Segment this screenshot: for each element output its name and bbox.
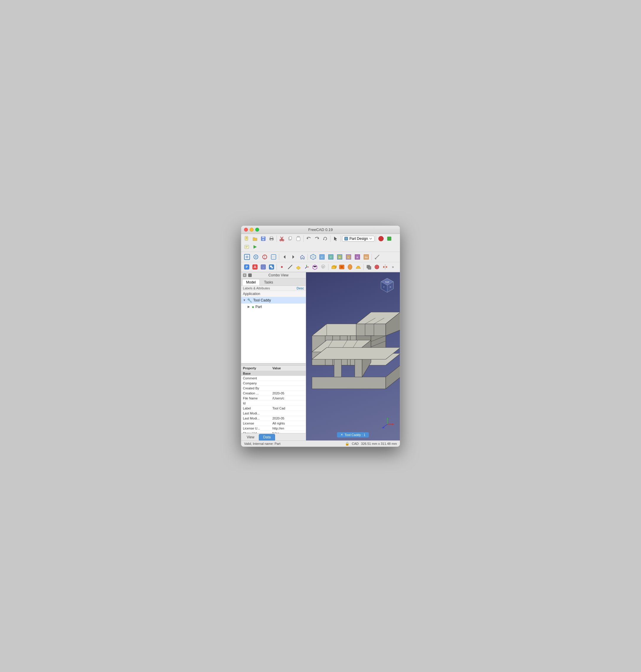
- additive-loft-icon[interactable]: [354, 263, 362, 271]
- datum-plane-icon[interactable]: [295, 263, 302, 271]
- prop-id[interactable]: Id: [241, 401, 306, 406]
- print-icon[interactable]: [268, 235, 275, 242]
- view-measure-icon[interactable]: [270, 253, 278, 261]
- view-isometric-icon[interactable]: [309, 253, 317, 261]
- fit-selection-icon[interactable]: [252, 253, 260, 261]
- part-design-icon[interactable]: P: [243, 263, 250, 271]
- play-icon[interactable]: [251, 243, 259, 251]
- prop-name: License: [241, 421, 271, 426]
- view-forward-icon[interactable]: [289, 253, 298, 261]
- clone-icon[interactable]: [268, 263, 275, 271]
- svg-text:↓: ↓: [263, 266, 264, 269]
- chamfer-icon[interactable]: [373, 263, 381, 271]
- tab-view[interactable]: View: [242, 434, 259, 440]
- pad-icon[interactable]: [330, 263, 337, 271]
- svg-rect-7: [270, 237, 273, 238]
- boolean-icon[interactable]: [365, 263, 372, 271]
- mirrored-icon[interactable]: [381, 263, 389, 271]
- statusbar-mode: CAD: [352, 442, 358, 446]
- prop-value: 2020-05: [271, 391, 306, 396]
- svg-marker-94: [386, 365, 400, 389]
- copy-icon[interactable]: [286, 235, 294, 242]
- more-icon[interactable]: »: [390, 263, 397, 271]
- viewport-tag-close[interactable]: ✕: [341, 433, 343, 436]
- revolution-icon[interactable]: [346, 263, 354, 271]
- combo-float-button[interactable]: [248, 274, 252, 277]
- prop-comment[interactable]: Comment: [241, 376, 306, 381]
- prop-lastmod2[interactable]: Last Modi... 2020-05: [241, 416, 306, 421]
- paste-icon[interactable]: [295, 235, 302, 242]
- cut-icon[interactable]: [278, 235, 286, 242]
- svg-rect-5: [262, 239, 264, 240]
- svg-line-69: [305, 267, 306, 268]
- prop-name: Company: [241, 380, 271, 386]
- shape-binder-icon[interactable]: [311, 263, 319, 271]
- view-sep-2: [308, 254, 308, 260]
- prop-lastmod1[interactable]: Last Modi...: [241, 411, 306, 416]
- desc-label[interactable]: Desc: [297, 286, 304, 290]
- attach-icon[interactable]: ↓: [259, 263, 267, 271]
- tree-item-toolcaddy[interactable]: ▼ 🔧 Tool Caddy: [241, 297, 306, 304]
- toolbar-row1: Part Design: [241, 234, 400, 252]
- view-back-icon[interactable]: [281, 253, 289, 261]
- point-icon[interactable]: [278, 263, 286, 271]
- sketch-icon[interactable]: [251, 263, 259, 271]
- tree-item-part[interactable]: ▶ ● Part: [241, 304, 306, 310]
- stop-icon[interactable]: [385, 235, 393, 242]
- prop-license[interactable]: License All rights: [241, 421, 306, 426]
- pocket-icon[interactable]: [338, 263, 345, 271]
- minimize-button[interactable]: [250, 228, 254, 232]
- view-rear-icon[interactable]: Re: [362, 253, 370, 261]
- view-front-icon[interactable]: F: [318, 253, 326, 261]
- prop-name: Creation ...: [241, 391, 271, 396]
- window-controls: [244, 228, 259, 232]
- combo-close-button[interactable]: ✕: [243, 274, 246, 277]
- view-right-icon[interactable]: R: [336, 253, 344, 261]
- close-button[interactable]: [244, 228, 248, 232]
- prop-company[interactable]: Company: [241, 380, 306, 386]
- prop-created-by[interactable]: Created By: [241, 386, 306, 391]
- tab-tasks[interactable]: Tasks: [260, 279, 277, 285]
- prop-show-hidden[interactable]: Show Hid... false: [241, 431, 306, 433]
- toolbar-row3: P ↓: [241, 262, 400, 272]
- new-file-icon[interactable]: [243, 235, 250, 242]
- fit-all-icon[interactable]: [243, 253, 251, 261]
- viewport-tag-label: Tool Caddy : 1: [345, 433, 365, 437]
- maximize-button[interactable]: [255, 228, 259, 232]
- tab-data[interactable]: Data: [259, 434, 275, 440]
- redo-icon[interactable]: [313, 235, 321, 242]
- draw-style-icon[interactable]: [261, 253, 269, 261]
- view-left-icon[interactable]: L: [344, 253, 353, 261]
- measure-icon[interactable]: [373, 253, 381, 261]
- undo-icon[interactable]: [305, 235, 313, 242]
- prop-name: Label: [241, 406, 271, 411]
- refresh-icon[interactable]: [322, 235, 329, 242]
- view-top-icon[interactable]: T: [327, 253, 335, 261]
- view-home-icon[interactable]: [298, 253, 306, 261]
- labels-attributes-label[interactable]: Labels & Attributes: [243, 286, 296, 290]
- sheep-icon[interactable]: [319, 263, 327, 271]
- viewport[interactable]: TOP R F .face-top { fill: #c8c8be; strok…: [306, 272, 400, 440]
- svg-text:R: R: [339, 256, 341, 259]
- window-title: FreeCAD 0.19: [308, 227, 332, 232]
- prop-license-url[interactable]: License U... http://en: [241, 426, 306, 431]
- save-icon[interactable]: [259, 235, 267, 242]
- tab-model[interactable]: Model: [242, 279, 260, 285]
- prop-creation[interactable]: Creation ... 2020-05: [241, 391, 306, 396]
- view-bottom-icon[interactable]: B: [353, 253, 362, 261]
- prop-filename[interactable]: File Name /Users/c: [241, 396, 306, 401]
- workbench-selector[interactable]: Part Design: [342, 236, 374, 242]
- toolbar-row2: F T R L B Re: [241, 252, 400, 262]
- record-icon[interactable]: [377, 235, 385, 242]
- prop-name: File Name: [241, 396, 271, 401]
- cursor-icon[interactable]: [332, 235, 339, 242]
- lcs-icon[interactable]: [303, 263, 311, 271]
- group-base: Base: [241, 371, 306, 376]
- nav-cube[interactable]: TOP R F: [379, 276, 396, 294]
- prop-col-header: Property: [241, 365, 271, 371]
- prop-name: Last Modi...: [241, 416, 271, 421]
- prop-label[interactable]: Label Tool Cad: [241, 406, 306, 411]
- line-icon[interactable]: [286, 263, 294, 271]
- open-file-icon[interactable]: [251, 235, 259, 242]
- macro-icon[interactable]: [243, 243, 250, 251]
